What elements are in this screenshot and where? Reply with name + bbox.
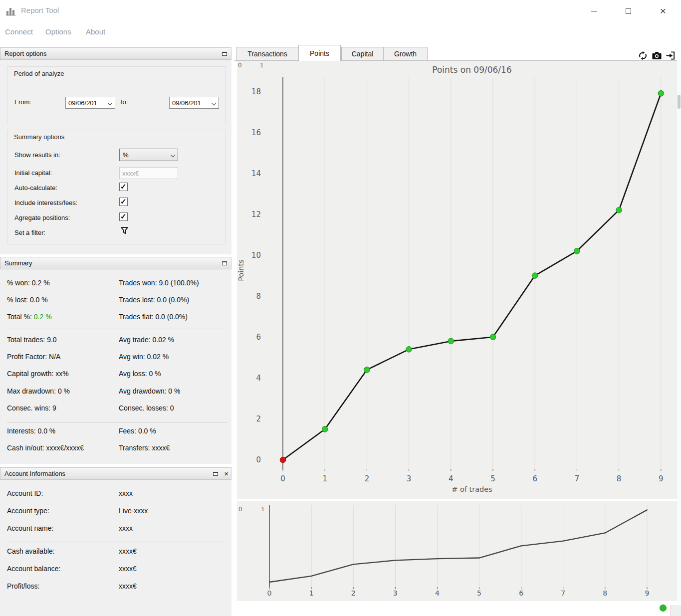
navigator-line-chart: 0123456789 (237, 501, 677, 601)
scale-label: 0 (238, 506, 242, 513)
from-date-select[interactable]: 09/06/201 (65, 97, 115, 109)
svg-text:16: 16 (251, 128, 261, 137)
svg-text:4: 4 (256, 374, 261, 383)
agregate-positions-checkbox[interactable] (119, 212, 128, 221)
svg-text:Points on 09/06/16: Points on 09/06/16 (432, 65, 511, 75)
svg-text:9: 9 (645, 589, 649, 597)
svg-text:14: 14 (251, 169, 261, 178)
tab-growth[interactable]: Growth (383, 47, 428, 61)
account-row: Account ID: xxxx (0, 489, 231, 500)
chevron-down-icon (212, 101, 217, 106)
svg-text:Points: Points (237, 259, 245, 281)
titlebar: Report Tool × (0, 0, 681, 22)
scale-label: 1 (260, 62, 264, 69)
vertical-scrollbar-thumb[interactable] (678, 95, 681, 109)
screenshot-icon[interactable] (652, 50, 662, 61)
summary-stat: Max drawdown: 0 % (7, 387, 70, 395)
svg-text:2: 2 (351, 589, 356, 597)
include-interests-checkbox[interactable] (119, 198, 128, 206)
scale-label: 0 (238, 62, 242, 69)
svg-text:# of trades: # of trades (452, 485, 492, 493)
auto-calculate-label: Auto-calculate: (14, 184, 57, 192)
summary-row: Total trades: 9.0 Avg trade: 0.02 % (0, 336, 231, 347)
summary-stat: Consec. wins: 9 (7, 404, 56, 412)
summary-stat: Avg loss: 0 % (119, 370, 161, 378)
scale-label: 1 (261, 506, 265, 513)
total-percent-value: 0.2 % (34, 313, 52, 321)
float-panel-icon[interactable] (213, 472, 218, 476)
panel-title: Summary (4, 259, 32, 267)
menu-about[interactable]: About (86, 27, 105, 36)
summary-stat: % lost: 0.0 % (7, 296, 48, 304)
tab-capital[interactable]: Capital (341, 47, 384, 61)
panel-title: Report options (4, 50, 47, 57)
to-date-select[interactable]: 09/06/201 (169, 97, 219, 109)
menu-options[interactable]: Options (45, 27, 71, 36)
svg-text:0: 0 (280, 474, 285, 483)
svg-text:6: 6 (256, 333, 261, 342)
summary-panel: % won: 0.2 % Trades won: 9.0 (100.0%) % … (0, 269, 231, 464)
group-title: Summary options (14, 133, 64, 141)
show-results-label: Show results in: (14, 151, 60, 159)
svg-text:4: 4 (449, 474, 454, 483)
summary-row: Cash in/out: xxxx€/xxxx€ Transfers: xxxx… (0, 444, 231, 455)
float-panel-icon[interactable] (222, 261, 227, 265)
filter-icon[interactable] (120, 226, 129, 237)
auto-calculate-checkbox[interactable] (119, 183, 128, 191)
report-options-header[interactable]: Report options (0, 47, 231, 60)
initial-capital-label: Initial capital: (14, 169, 52, 177)
refresh-icon[interactable] (638, 50, 648, 61)
svg-text:8: 8 (603, 589, 607, 597)
svg-text:6: 6 (532, 474, 537, 483)
svg-text:5: 5 (477, 589, 481, 597)
chevron-down-icon (171, 153, 176, 158)
summary-stat: Trades won: 9.0 (100.0%) (119, 279, 199, 287)
menu-connect[interactable]: Connect (5, 27, 33, 36)
summary-row: Total %:0.2 % Trades flat: 0.0 (0.0%) (0, 313, 231, 324)
svg-text:10: 10 (251, 251, 261, 260)
svg-text:5: 5 (490, 474, 495, 483)
summary-row: % lost: 0.0 % Trades lost: 0.0 (0.0%) (0, 296, 231, 307)
navigator-chart-panel: 0 1 0123456789 (237, 501, 677, 601)
vertical-scrollbar-track[interactable] (677, 61, 681, 601)
svg-text:1: 1 (322, 474, 327, 483)
minimize-button[interactable] (583, 3, 606, 19)
svg-text:4: 4 (435, 589, 440, 597)
summary-stat: Avg win: 0.02 % (119, 353, 169, 361)
report-options-panel: Period of analyze From: 09/06/201 To: 09… (0, 60, 231, 254)
svg-text:8: 8 (617, 474, 622, 483)
account-informations-header[interactable]: Account Informations × (0, 467, 231, 480)
export-icon[interactable] (665, 50, 676, 61)
minimize-icon (591, 11, 597, 11)
svg-text:12: 12 (251, 210, 261, 219)
summary-stat: Fees: 0.0 % (119, 427, 156, 435)
close-panel-icon[interactable]: × (224, 469, 228, 478)
svg-text:0: 0 (267, 589, 272, 597)
svg-text:2: 2 (365, 474, 370, 483)
initial-capital-input[interactable] (119, 167, 178, 179)
summary-stat: Avg trade: 0.02 % (119, 336, 174, 344)
agregate-positions-label: Agregate positions: (14, 214, 70, 221)
divider (7, 329, 227, 329)
summary-header[interactable]: Summary (0, 257, 231, 269)
summary-stat: % won: 0.2 % (7, 279, 50, 287)
maximize-icon (626, 8, 631, 14)
divider (7, 422, 227, 422)
float-panel-icon[interactable] (222, 52, 227, 56)
tab-points[interactable]: Points (298, 45, 341, 61)
svg-text:1: 1 (309, 589, 314, 597)
summary-options-groupbox: Summary options Show results in: % Initi… (7, 130, 226, 244)
svg-text:2: 2 (256, 414, 261, 423)
show-results-select[interactable]: % (119, 149, 178, 161)
svg-text:7: 7 (575, 474, 580, 483)
maximize-button[interactable] (617, 3, 640, 19)
svg-text:9: 9 (659, 474, 664, 483)
close-button[interactable]: × (652, 3, 675, 19)
svg-text:18: 18 (251, 87, 261, 96)
tab-transactions[interactable]: Transactions (236, 47, 299, 61)
account-row: Account type: Live-xxxx (0, 507, 231, 518)
svg-text:6: 6 (519, 589, 523, 597)
account-row: Account name: xxxx (0, 524, 231, 535)
scrollbar-corner (670, 606, 681, 616)
summary-row: Capital growth: xx% Avg loss: 0 % (0, 370, 231, 381)
